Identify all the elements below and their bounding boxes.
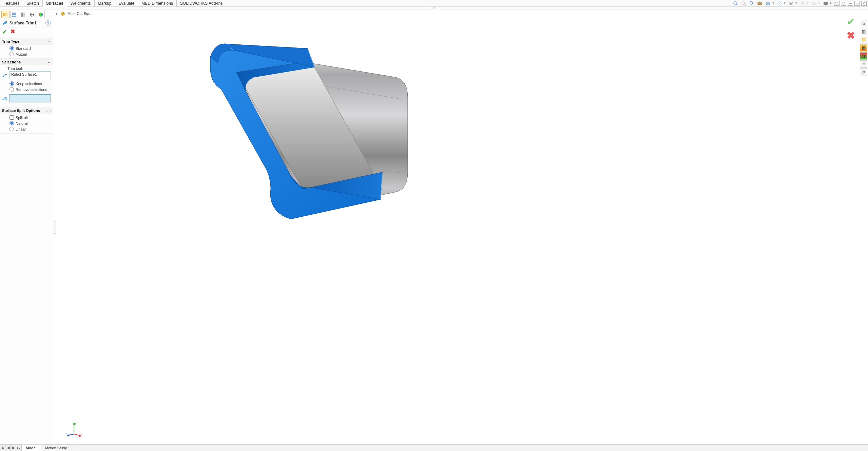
rail-file-explorer-icon[interactable]: ▦ <box>860 44 867 52</box>
display-style-icon[interactable] <box>776 0 783 6</box>
vcr-next-button[interactable]: ▶ <box>11 445 16 451</box>
radio-remove-input[interactable] <box>9 87 14 92</box>
close-button[interactable]: ✕ <box>861 1 867 6</box>
window-menu-button[interactable]: ▭ <box>854 1 860 6</box>
confirm-ok-button[interactable]: ✔ <box>847 16 855 27</box>
previous-view-icon[interactable] <box>749 0 755 6</box>
dropdown-caret-icon[interactable]: ▼ <box>783 2 786 5</box>
panel-tab-dimxpert[interactable] <box>28 11 36 18</box>
bottom-tab-model[interactable]: Model <box>22 445 41 451</box>
dropdown-caret-icon[interactable]: ▼ <box>818 2 821 5</box>
trim-tool-icon <box>2 73 7 78</box>
vcr-prev-button[interactable]: ◀ <box>5 445 11 451</box>
section-header-split-options[interactable]: Surface Split Options ︿ <box>0 107 53 114</box>
confirmation-corner: ✔ ✖ <box>847 16 855 41</box>
breadcrumb-part-name[interactable]: Miter Cut Squ... <box>67 12 93 16</box>
checkbox-split-all-input[interactable] <box>9 115 14 120</box>
vcr-first-button[interactable]: ⏮ <box>0 445 5 451</box>
panel-tab-display-manager[interactable] <box>37 11 45 18</box>
radio-natural[interactable]: Natural <box>9 121 51 125</box>
rail-design-library-icon[interactable]: 📁 <box>860 36 867 43</box>
maximize-button[interactable]: ☐ <box>841 1 846 6</box>
zoom-to-fit-icon[interactable] <box>732 0 738 6</box>
feature-header: Surface-Trim1 ? <box>0 19 53 27</box>
radio-linear-input[interactable] <box>9 127 14 131</box>
section-trim-type: Trim Type ︿ Standard Mutual <box>0 38 53 59</box>
cancel-button[interactable]: ✖ <box>11 28 15 36</box>
ribbon-tab-weldments[interactable]: Weldments <box>67 0 95 6</box>
ribbon-tab-features[interactable]: Features <box>0 0 23 6</box>
section-selections: Selections ︿ Trim tool: Ruled Surface1 K… <box>0 59 53 107</box>
svg-rect-17 <box>12 16 16 17</box>
ribbon-tab-addins[interactable]: SOLIDWORKS Add-Ins <box>177 0 226 6</box>
ribbon-tab-surfaces[interactable]: Surfaces <box>43 0 67 7</box>
dropdown-caret-icon[interactable]: ▼ <box>806 2 809 5</box>
rail-resources-icon[interactable]: ▥ <box>860 28 867 35</box>
property-manager-panel: Surface-Trim1 ? ✔ ✖ Trim Type ︿ Standard… <box>0 9 53 444</box>
help-button[interactable]: ? <box>45 20 51 26</box>
apply-scene-icon[interactable] <box>811 0 817 6</box>
vcr-last-button[interactable]: ⏭ <box>16 445 22 451</box>
window-controls: ❐ ☐ — ▭ ✕ <box>834 1 868 6</box>
rail-view-palette-icon[interactable]: ◑ <box>860 52 867 60</box>
triad-x-label: x <box>81 432 82 435</box>
keep-selection-icon <box>2 96 7 101</box>
restore-button[interactable]: ❐ <box>834 1 840 6</box>
zoom-area-icon[interactable] <box>740 0 747 6</box>
section-view-icon[interactable] <box>757 0 763 6</box>
graphics-viewport[interactable]: ▸ Miter Cut Squ... ✔ ✖ ⌂ ▥ 📁 ▦ ◑ ≡ ↻ <box>53 9 868 444</box>
keep-selection-list[interactable] <box>9 94 51 102</box>
svg-point-9 <box>801 1 805 5</box>
ribbon-tab-evaluate[interactable]: Evaluate <box>115 0 138 6</box>
radio-standard-input[interactable] <box>9 46 14 51</box>
svg-rect-14 <box>5 13 7 16</box>
rail-home-icon[interactable]: ⌂ <box>860 20 867 27</box>
section-header-trim-type[interactable]: Trim Type ︿ <box>0 38 53 45</box>
breadcrumb: ▸ Miter Cut Squ... <box>56 11 93 16</box>
panel-tab-configuration-manager[interactable] <box>19 11 27 18</box>
radio-keep-selections[interactable]: Keep selections <box>9 81 51 86</box>
resize-handle[interactable]: • • • <box>0 103 53 107</box>
radio-natural-input[interactable] <box>9 121 14 125</box>
chevron-up-icon: ︿ <box>47 39 51 44</box>
minimize-button[interactable]: — <box>848 1 853 6</box>
view-settings-icon[interactable] <box>823 0 829 6</box>
checkbox-split-all[interactable]: Split all <box>9 115 51 120</box>
orientation-triad[interactable]: y x z <box>65 420 82 437</box>
radio-mutual-input[interactable] <box>9 52 14 56</box>
chevron-up-icon: ︿ <box>47 108 51 113</box>
panel-tab-feature-manager[interactable] <box>1 11 9 18</box>
dropdown-caret-icon[interactable]: ▼ <box>772 2 774 5</box>
panel-collapse-handle[interactable] <box>53 220 56 234</box>
radio-mutual[interactable]: Mutual <box>9 52 51 56</box>
view-orientation-icon[interactable] <box>765 0 771 6</box>
edit-appearance-icon[interactable] <box>799 0 806 6</box>
svg-rect-15 <box>12 13 16 14</box>
radio-keep-input[interactable] <box>9 81 14 86</box>
command-manager-collapse-bar[interactable] <box>0 7 868 9</box>
checkbox-split-all-label: Split all <box>16 116 27 120</box>
dropdown-caret-icon[interactable]: ▼ <box>795 2 797 5</box>
panel-tab-property-manager[interactable] <box>10 11 18 18</box>
rail-appearances-icon[interactable]: ≡ <box>860 60 867 68</box>
svg-rect-11 <box>824 2 828 5</box>
bottom-tab-motion-study[interactable]: Motion Study 1 <box>41 445 74 451</box>
ribbon-tab-markup[interactable]: Markup <box>95 0 115 6</box>
radio-standard[interactable]: Standard <box>9 46 51 51</box>
panel-tab-strip <box>0 9 53 19</box>
ribbon-tab-mbd[interactable]: MBD Dimensions <box>138 0 177 6</box>
ribbon-tab-sketch[interactable]: Sketch <box>23 0 43 6</box>
trim-tool-selection-list[interactable]: Ruled Surface1 <box>9 71 51 79</box>
trim-tool-label: Trim tool: <box>0 65 53 71</box>
ok-button[interactable]: ✔ <box>2 28 7 36</box>
svg-point-0 <box>734 2 736 4</box>
radio-linear[interactable]: Linear <box>9 127 51 131</box>
trim-tool-item[interactable]: Ruled Surface1 <box>11 72 49 76</box>
breadcrumb-expand-icon[interactable]: ▸ <box>56 12 58 16</box>
rail-custom-props-icon[interactable]: ↻ <box>860 68 867 76</box>
dropdown-caret-icon[interactable]: ▼ <box>829 2 832 5</box>
confirm-cancel-button[interactable]: ✖ <box>847 30 855 41</box>
section-header-selections[interactable]: Selections ︿ <box>0 59 53 65</box>
hide-show-icon[interactable] <box>788 0 794 6</box>
radio-remove-selections[interactable]: Remove selections <box>9 87 51 92</box>
